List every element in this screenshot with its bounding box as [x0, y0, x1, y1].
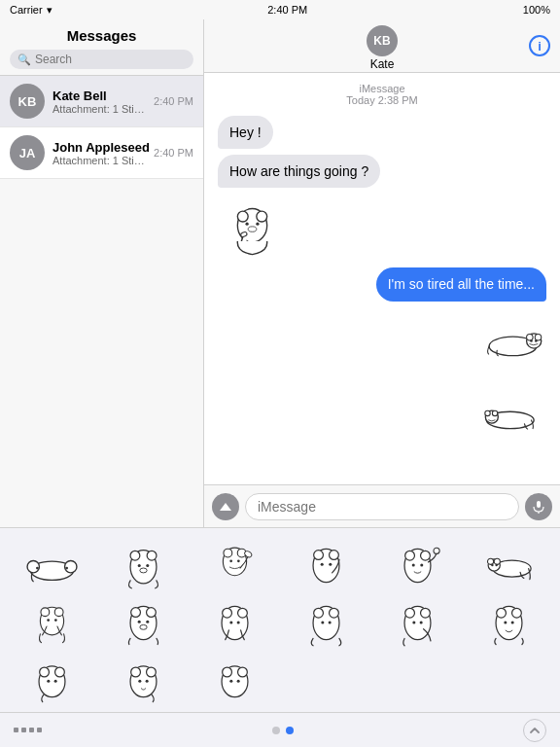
svg-point-23 [36, 567, 39, 570]
conv-preview-john-appleseed: Attachment: 1 Sticker [52, 155, 150, 166]
svg-point-66 [222, 608, 231, 618]
status-right: 100% [523, 4, 550, 16]
svg-point-34 [229, 559, 232, 562]
message-row-tired: I'm so tired all the time... [218, 267, 546, 301]
expand-button[interactable] [212, 493, 239, 520]
sticker-cell-11[interactable] [373, 593, 461, 647]
chat-header: KB Kate i [204, 19, 560, 73]
conversation-item-john-appleseed[interactable]: JA John Appleseed Attachment: 1 Sticker … [0, 127, 203, 179]
chat-contact-avatar: KB [367, 25, 398, 56]
sticker-cell-8[interactable] [99, 593, 187, 647]
svg-point-45 [411, 563, 414, 566]
sticker-cell-7[interactable] [8, 593, 95, 647]
svg-point-27 [147, 551, 157, 560]
svg-point-68 [229, 621, 232, 623]
conv-preview-kate-bell: Attachment: 1 Sticker [52, 103, 150, 115]
mic-button[interactable] [525, 493, 552, 520]
sidebar-title: Messages [10, 27, 193, 44]
svg-point-96 [222, 667, 231, 677]
svg-point-44 [420, 551, 430, 560]
search-bar[interactable]: 🔍 [10, 50, 193, 69]
svg-point-63 [146, 621, 149, 623]
sticker-cell-14[interactable] [99, 651, 187, 704]
sticker-cell-9[interactable] [191, 593, 278, 647]
apps-dot-2 [21, 728, 26, 732]
conversation-list: KB Kate Bell Attachment: 1 Sticker 2:40 … [0, 76, 203, 527]
imessage-label: iMessage Today 2:38 PM [218, 83, 546, 106]
svg-point-56 [54, 608, 63, 617]
message-input[interactable] [245, 493, 519, 520]
sticker-panel [0, 527, 560, 747]
sticker-cell-12[interactable] [465, 593, 552, 647]
svg-point-38 [313, 551, 323, 560]
status-carrier: Carrier ▾ [10, 4, 52, 17]
svg-point-1 [237, 211, 248, 222]
sticker-cell-10[interactable] [282, 593, 369, 647]
svg-point-84 [510, 621, 513, 623]
sticker-cell-3[interactable] [191, 536, 278, 589]
svg-point-47 [434, 548, 439, 553]
chat-area: KB Kate i iMessage Today 2:38 PM Hey ! H… [204, 19, 560, 527]
svg-point-50 [487, 558, 493, 564]
svg-point-41 [329, 563, 332, 566]
avatar-john-appleseed: JA [10, 135, 45, 170]
status-time: 2:40 PM [267, 4, 307, 16]
sticker-grid [0, 528, 560, 712]
svg-point-60 [130, 608, 140, 618]
conv-info-john-appleseed: John Appleseed Attachment: 1 Sticker [52, 140, 150, 166]
conv-info-kate-bell: Kate Bell Attachment: 1 Sticker [52, 89, 150, 115]
search-input[interactable] [35, 53, 186, 66]
sticker-cell-2[interactable] [99, 536, 187, 589]
svg-point-67 [237, 608, 247, 618]
apps-dot-3 [29, 728, 34, 732]
message-row-hey: Hey ! [218, 116, 546, 149]
sticker-cell-1[interactable] [8, 536, 95, 589]
svg-point-76 [404, 608, 414, 618]
sticker-cell-5[interactable] [373, 536, 461, 589]
status-bar: Carrier ▾ 2:40 PM 100% [0, 0, 560, 19]
svg-point-22 [64, 560, 76, 572]
svg-point-79 [419, 621, 422, 623]
apps-button[interactable] [14, 728, 42, 732]
svg-point-87 [54, 667, 64, 677]
svg-point-29 [146, 564, 149, 567]
message-row-how: How are things going ? [218, 155, 546, 188]
scroll-up-button[interactable] [523, 719, 546, 742]
svg-point-74 [328, 621, 331, 623]
sidebar: Messages 🔍 KB Kate Bell Attachment: 1 St… [0, 19, 204, 527]
message-row-sticker-bear-lying [218, 307, 546, 375]
message-row-sticker-bear-facedown [218, 381, 546, 449]
conv-time-john-appleseed: 2:40 PM [154, 147, 193, 159]
svg-marker-17 [220, 503, 231, 511]
up-arrow-icon [529, 725, 541, 736]
svg-point-94 [145, 680, 148, 683]
search-icon: 🔍 [18, 53, 31, 66]
conv-time-kate-bell: 2:40 PM [154, 95, 193, 107]
svg-point-88 [47, 680, 50, 683]
message-bubble-hey: Hey ! [218, 116, 273, 149]
sticker-cell-15[interactable] [191, 651, 278, 704]
svg-point-10 [535, 335, 542, 341]
svg-point-5 [248, 227, 257, 231]
sticker-cell-6[interactable] [465, 536, 552, 589]
apps-dot-4 [37, 728, 42, 732]
svg-point-78 [412, 621, 415, 623]
svg-point-81 [496, 608, 506, 618]
conversation-item-kate-bell[interactable]: KB Kate Bell Attachment: 1 Sticker 2:40 … [0, 76, 203, 127]
sticker-cell-13[interactable] [8, 651, 95, 704]
svg-point-71 [313, 608, 323, 618]
svg-point-11 [530, 339, 533, 342]
chat-contact-name: Kate [370, 57, 395, 71]
chat-info-button[interactable]: i [529, 35, 550, 56]
sticker-bear-lying [478, 307, 546, 375]
svg-point-32 [223, 549, 231, 557]
sticker-cell-4[interactable] [282, 536, 369, 589]
svg-point-89 [53, 680, 56, 683]
svg-point-39 [329, 551, 338, 560]
apps-dot-1 [14, 728, 18, 732]
svg-point-51 [494, 558, 500, 564]
sticker-picker-footer [0, 712, 560, 747]
svg-point-4 [256, 222, 259, 225]
svg-point-99 [236, 680, 239, 683]
svg-point-98 [229, 680, 232, 683]
